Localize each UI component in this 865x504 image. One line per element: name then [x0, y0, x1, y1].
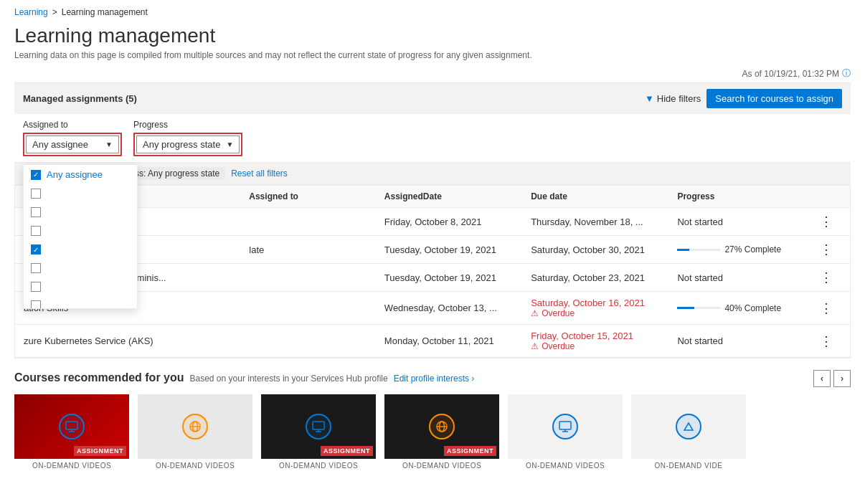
card-2-thumbnail [138, 394, 252, 459]
row-5-name: zure Kubernetes Service (AKS) [24, 336, 249, 346]
breadcrumb-learning[interactable]: Learning [14, 7, 48, 17]
rec-nav: ‹ › [813, 370, 851, 387]
row-4-due-date-container: Saturday, October 16, 2021 ⚠ Overdue [531, 298, 677, 318]
card-4-icon [429, 414, 455, 439]
rec-profile-link[interactable]: Edit profile interests › [394, 374, 475, 384]
row-4-progress-fill [677, 307, 694, 309]
svg-rect-6 [313, 422, 324, 429]
filter-icon: ▼ [645, 93, 654, 104]
dropdown-item-7[interactable] [24, 296, 137, 308]
card-4: ASSIGNMENT ON-DEMAND VIDEOS [384, 394, 499, 470]
any-assignee-checkbox: ✓ [31, 170, 41, 180]
search-assign-button[interactable]: Search for courses to assign [706, 89, 842, 108]
assignments-table: Assigned to AssignedDate Due date Progre… [14, 185, 851, 358]
row-2-more-button[interactable]: ⋮ [813, 242, 841, 257]
item-6-checkbox [31, 282, 41, 292]
dropdown-item-3[interactable] [24, 222, 137, 240]
progress-select[interactable]: Any progress state ▼ [136, 135, 240, 153]
card-5: ON-DEMAND VIDEOS [508, 394, 623, 470]
card-4-thumbnail: ASSIGNMENT [384, 394, 499, 459]
row-2-progress-fill [677, 249, 689, 251]
section-actions: ▼ Hide filters Search for courses to ass… [645, 89, 842, 108]
rec-prev-button[interactable]: ‹ [813, 370, 831, 387]
card-4-badge: ASSIGNMENT [444, 446, 496, 456]
item-3-checkbox [31, 226, 41, 236]
card-6-icon [676, 414, 701, 439]
info-icon[interactable]: ⓘ [842, 67, 851, 80]
col-actions-header [813, 191, 841, 201]
hide-filters-button[interactable]: ▼ Hide filters [645, 93, 701, 104]
row-5-due-date: Friday, October 15, 2021 [531, 331, 677, 341]
card-1-icon [59, 414, 85, 439]
assigned-to-select[interactable]: Any assignee ▼ [26, 135, 119, 153]
dropdown-item-2[interactable] [24, 203, 137, 222]
page-header: Learning management Learning data on thi… [0, 22, 865, 67]
dropdown-list: ✓ Any assignee ✓ [24, 165, 137, 308]
row-2-progress-text: 27% Complete [724, 244, 781, 255]
assigned-to-value: Any assignee [32, 139, 88, 150]
cards-row: ASSIGNMENT ON-DEMAND VIDEOS ON-DEMAND VI… [14, 394, 851, 470]
row-3-more-button[interactable]: ⋮ [813, 270, 841, 285]
row-4-assigned-date: Wednesday, October 13, ... [384, 303, 531, 313]
row-1-progress: Not started [677, 217, 813, 227]
overdue-text: Overdue [542, 308, 575, 318]
any-assignee-label: Any assignee [47, 169, 103, 180]
card-6: ON-DEMAND VIDE [631, 394, 746, 470]
card-4-type: ON-DEMAND VIDEOS [384, 462, 499, 470]
row-2-progress-bar [677, 249, 720, 251]
table-row: Friday, October 8, 2021 Thursday, Novemb… [15, 208, 850, 236]
assigned-to-wrapper: Any assignee ▼ [23, 133, 122, 156]
dropdown-item-6[interactable] [24, 277, 137, 296]
col-assigned-date-header: AssignedDate [384, 191, 531, 201]
assignee-dropdown-panel: ✓ Any assignee ✓ [23, 164, 138, 309]
col-assigned-to-header: Assigned to [249, 191, 384, 201]
dropdown-any-assignee[interactable]: ✓ Any assignee [24, 165, 137, 184]
dropdown-item-5[interactable] [24, 259, 137, 277]
assigned-to-chevron-icon: ▼ [105, 141, 113, 148]
item-5-checkbox [31, 263, 41, 273]
row-4-more-button[interactable]: ⋮ [813, 300, 841, 316]
row-5-more-button[interactable]: ⋮ [813, 333, 841, 349]
row-5-overdue-label: ⚠ Overdue [531, 341, 677, 351]
row-1-due-date: Thursday, November 18, ... [531, 217, 677, 227]
table-row: ation Skills Wednesday, October 13, ... … [15, 292, 850, 325]
reset-filters-button[interactable]: Reset all filters [231, 168, 288, 179]
progress-wrapper: Any progress state ▼ [133, 133, 242, 156]
table-row: Manager: Concepts and Adminis... Tuesday… [15, 264, 850, 292]
active-filters: to: Any assignee Progress: Any progress … [14, 163, 851, 185]
card-3: ASSIGNMENT ON-DEMAND VIDEOS [261, 394, 376, 470]
progress-filter-group: Progress Any progress state ▼ [133, 120, 242, 156]
card-3-type: ON-DEMAND VIDEOS [261, 462, 376, 470]
card-1-type: ON-DEMAND VIDEOS [14, 462, 129, 470]
col-due-date-header: Due date [531, 191, 677, 201]
row-3-due-date: Saturday, October 23, 2021 [531, 272, 677, 283]
dropdown-item-4[interactable]: ✓ [24, 240, 137, 259]
recommendations-section: Courses recommended for you Based on you… [0, 358, 865, 470]
row-4-overdue-label: ⚠ Overdue [531, 308, 677, 318]
row-3-progress: Not started [677, 272, 813, 283]
hide-filters-label: Hide filters [657, 93, 701, 104]
card-5-icon [552, 414, 578, 439]
rec-next-button[interactable]: › [833, 370, 851, 387]
card-2-icon [182, 414, 208, 439]
assigned-to-label: Assigned to [23, 120, 122, 130]
card-1-badge: ASSIGNMENT [74, 446, 126, 456]
dropdown-item-1[interactable] [24, 184, 137, 203]
row-5-due-date-container: Friday, October 15, 2021 ⚠ Overdue [531, 331, 677, 351]
row-2-assigned-date: Tuesday, October 19, 2021 [384, 244, 531, 255]
svg-rect-12 [559, 422, 571, 429]
row-2-assigned-to: late [249, 244, 384, 255]
progress-label: Progress [133, 120, 242, 130]
table-header: Assigned to AssignedDate Due date Progre… [15, 186, 850, 208]
svg-marker-15 [684, 423, 693, 430]
assigned-to-filter-group: Assigned to Any assignee ▼ [23, 120, 122, 156]
breadcrumb-separator: > [52, 7, 57, 17]
row-1-more-button[interactable]: ⋮ [813, 214, 841, 229]
card-2: ON-DEMAND VIDEOS [138, 394, 252, 470]
card-2-type: ON-DEMAND VIDEOS [138, 462, 252, 470]
rec-subtitle: Based on your interests in your Services… [190, 374, 388, 384]
rec-title: Courses recommended for you [14, 371, 184, 384]
progress-chevron-icon: ▼ [226, 141, 233, 148]
section-header: Managed assignments (5) ▼ Hide filters S… [14, 82, 851, 114]
row-3-assigned-date: Tuesday, October 19, 2021 [384, 272, 531, 283]
